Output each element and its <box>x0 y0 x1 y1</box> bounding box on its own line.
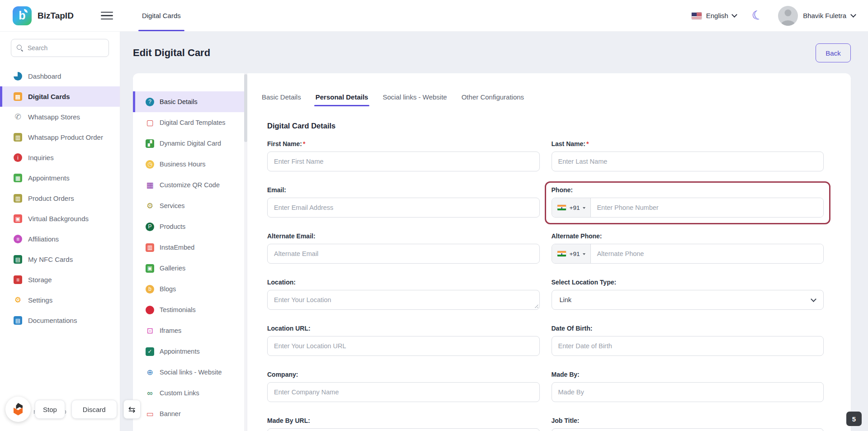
field-email: Email: <box>267 186 540 218</box>
location-label: Location: <box>267 279 540 286</box>
card-section-nav: ?Basic Details▢Digital Card Templates▞Dy… <box>133 73 244 431</box>
first-name-label: First Name:* <box>267 140 540 147</box>
sidebar-item-dashboard[interactable]: Dashboard <box>0 66 120 86</box>
notification-count-badge: 5 <box>846 412 862 426</box>
tab-personal-details[interactable]: Personal Details <box>316 93 368 106</box>
sidebar-item-storage[interactable]: ≡Storage <box>0 270 120 290</box>
card-nav-scrollbar[interactable] <box>244 73 247 431</box>
card-nav-item-dynamic-digital-card[interactable]: ▞Dynamic Digital Card <box>133 133 244 154</box>
brand-logo-icon[interactable]: b <box>13 6 32 25</box>
card-nav-item-social-links-website[interactable]: ⊕Social links - Website <box>133 362 244 383</box>
language-selector[interactable]: English <box>691 12 736 19</box>
card-nav-item-galleries[interactable]: ▣Galleries <box>133 258 244 279</box>
date-of-birth-input[interactable] <box>552 336 824 356</box>
field-location-type: Select Location Type:Link <box>552 279 824 310</box>
card-nav-item-iframes[interactable]: ⊡Iframes <box>133 320 244 341</box>
india-flag-icon <box>557 204 566 211</box>
sidebar-item-documentations[interactable]: ▤Documentations <box>0 310 120 331</box>
field-job-title: Job Title: <box>552 417 824 431</box>
card-nav-item-business-hours[interactable]: ◷Business Hours <box>133 154 244 175</box>
field-phone: Phone:+91 <box>545 181 831 224</box>
card-nav-item-products[interactable]: PProducts <box>133 216 244 237</box>
affiliations-icon: ≡ <box>14 235 22 243</box>
item-label: Iframes <box>160 327 181 334</box>
location-url-input[interactable] <box>267 336 540 356</box>
email-input[interactable] <box>267 198 540 218</box>
alternate-email-input[interactable] <box>267 244 540 264</box>
globe-icon: ⊕ <box>146 368 154 377</box>
sidebar-item-affiliations[interactable]: ≡Affiliations <box>0 229 120 249</box>
card-nav-item-testimonials[interactable]: Testimonials <box>133 299 244 320</box>
virtual-backgrounds-icon: ▣ <box>14 214 22 223</box>
search-input[interactable] <box>28 44 109 52</box>
india-flag-icon <box>557 251 566 257</box>
card-nav-item-digital-card-templates[interactable]: ▢Digital Card Templates <box>133 112 244 133</box>
brand-name: BizTapID <box>38 11 74 21</box>
made-by-url-input[interactable] <box>267 428 540 431</box>
topnav-digital-cards[interactable]: Digital Cards <box>142 0 181 31</box>
sidebar-item-whatsapp-product-order[interactable]: ▥Whatsapp Product Order <box>0 127 120 147</box>
tab-other-configurations[interactable]: Other Configurations <box>462 93 524 106</box>
card-nav-item-banner[interactable]: ▭Banner <box>133 403 244 424</box>
field-made-by-url: Made By URL: <box>267 417 540 431</box>
swap-arrows-button[interactable]: ⇆ <box>123 400 141 419</box>
tab-basic-details[interactable]: Basic Details <box>262 93 301 106</box>
card-nav-item-services[interactable]: ⚙Services <box>133 195 244 216</box>
user-menu[interactable]: Bhavik Fuletra <box>778 6 855 26</box>
sidebar-item-product-orders[interactable]: ▥Product Orders <box>0 188 120 208</box>
sidebar-item-settings[interactable]: ⚙Settings <box>0 290 120 310</box>
sidebar-item-whatsapp-stores[interactable]: ✆Whatsapp Stores <box>0 107 120 127</box>
phone-input[interactable] <box>591 198 823 217</box>
qr-code-icon: ▦ <box>146 181 154 189</box>
item-label: Products <box>160 223 185 230</box>
section-title: Digital Card Details <box>267 122 824 130</box>
dial-code: +91 <box>570 251 580 257</box>
item-label: Storage <box>28 276 52 284</box>
sidebar-menu: Dashboard▤Digital Cards✆Whatsapp Stores▥… <box>0 66 120 331</box>
iframes-crop-icon: ⊡ <box>146 327 154 335</box>
digital-card-form: First Name:*Last Name:*Email:Phone:+91Al… <box>267 140 824 431</box>
job-title-input[interactable] <box>552 428 824 431</box>
item-label: Appointments <box>28 174 70 182</box>
date-of-birth-label: Date Of Birth: <box>552 325 824 332</box>
country-code-selector[interactable]: +91 <box>552 198 591 217</box>
scrollbar-thumb[interactable] <box>244 74 247 142</box>
dark-mode-moon-icon[interactable]: ☾ <box>750 8 764 23</box>
alternate-phone-input[interactable] <box>591 244 823 263</box>
stop-button[interactable]: Stop <box>35 400 65 419</box>
sidebar-item-inquiries[interactable]: iInquiries <box>0 147 120 168</box>
card-nav-item-appointments[interactable]: ✓Appointments <box>133 341 244 362</box>
card-nav-item-customize-qr-code[interactable]: ▦Customize QR Code <box>133 175 244 195</box>
page-header: Edit Digital Card Back <box>133 43 851 62</box>
made-by-input[interactable] <box>552 382 824 402</box>
location-textarea[interactable] <box>267 290 540 310</box>
location-type-select[interactable]: Link <box>552 290 824 310</box>
card-nav-item-instaembed[interactable]: ▥InstaEmbed <box>133 237 244 258</box>
search-box[interactable] <box>11 39 109 57</box>
sidebar-item-digital-cards[interactable]: ▤Digital Cards <box>0 86 120 107</box>
company-input[interactable] <box>267 382 540 402</box>
recorder-logo-icon[interactable] <box>5 397 31 422</box>
dial-code: +91 <box>570 204 580 211</box>
hamburger-menu-icon[interactable] <box>101 12 113 20</box>
product-orders-icon: ▥ <box>14 194 22 203</box>
digital-cards-icon: ▤ <box>14 92 22 101</box>
first-name-input[interactable] <box>267 152 540 171</box>
country-code-selector[interactable]: +91 <box>552 244 591 263</box>
made-by-url-label: Made By URL: <box>267 417 540 424</box>
last-name-input[interactable] <box>552 152 824 171</box>
card-content: Basic DetailsPersonal DetailsSocial link… <box>247 73 851 431</box>
products-icon: P <box>146 223 154 231</box>
discard-button[interactable]: Discard <box>71 400 117 419</box>
sidebar-item-my-nfc-cards[interactable]: ▤My NFC Cards <box>0 249 120 270</box>
card-nav-item-basic-details[interactable]: ?Basic Details <box>133 91 244 112</box>
field-last-name: Last Name:* <box>552 140 824 171</box>
sidebar-item-virtual-backgrounds[interactable]: ▣Virtual Backgrounds <box>0 208 120 229</box>
sidebar-item-appointments[interactable]: ▦Appointments <box>0 168 120 188</box>
tab-social-links-website[interactable]: Social links - Website <box>382 93 447 106</box>
card-nav-item-blogs[interactable]: bBlogs <box>133 279 244 299</box>
back-button[interactable]: Back <box>816 43 851 62</box>
recorder-overlay: n so Stop Discard ⇆ <box>5 397 141 422</box>
item-label: Dynamic Digital Card <box>160 140 221 147</box>
card-nav-item-custom-links[interactable]: ∞Custom Links <box>133 383 244 403</box>
